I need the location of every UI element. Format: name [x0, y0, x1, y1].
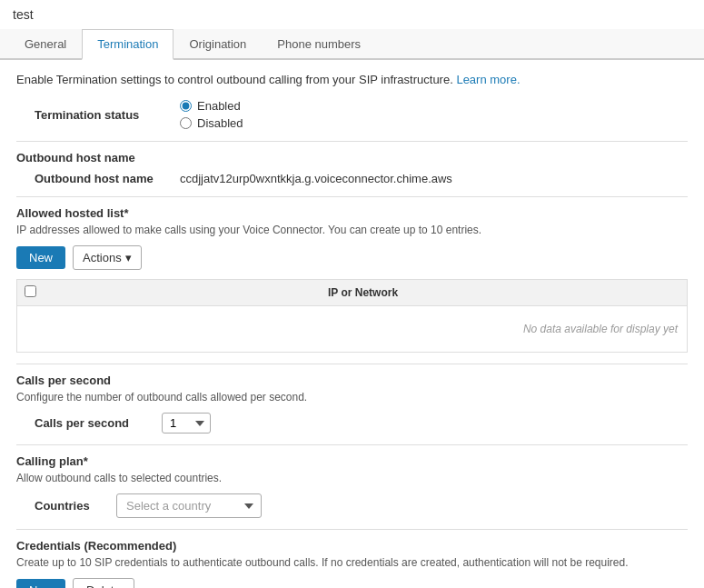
outbound-hostname-row: Outbound host name ccdjjatv12urp0wxntkkj… [16, 172, 688, 185]
allowed-list-btn-row: New Actions ▾ [16, 245, 688, 270]
divider-4 [16, 444, 688, 445]
intro-text: Enable Termination settings to control o… [16, 73, 688, 86]
outbound-host-heading: Outbound host name [16, 151, 688, 164]
credentials-desc: Create up to 10 SIP credentials to authe… [16, 556, 688, 569]
divider-5 [16, 529, 688, 530]
divider-1 [16, 141, 688, 142]
outbound-hostname-label: Outbound host name [35, 172, 180, 185]
country-select[interactable]: Select a country [116, 493, 262, 518]
allowed-list-heading: Allowed hosted list* [16, 206, 688, 220]
radio-disabled[interactable]: Disabled [180, 116, 243, 130]
ip-network-col-header: IP or Network [46, 286, 679, 299]
radio-enabled-label: Enabled [197, 99, 241, 113]
termination-status-options: Enabled Disabled [180, 99, 243, 130]
radio-enabled-input[interactable] [180, 100, 192, 112]
countries-label: Countries [35, 499, 107, 513]
credentials-btn-row: New Delete [16, 578, 688, 588]
credentials-new-button[interactable]: New [16, 579, 65, 588]
tab-phone-numbers[interactable]: Phone numbers [262, 29, 376, 60]
learn-more-link[interactable]: Learn more. [456, 73, 520, 86]
page-title: test [0, 0, 704, 29]
tab-general[interactable]: General [9, 29, 82, 60]
termination-status-row: Termination status Enabled Disabled [16, 99, 688, 130]
allowed-list-actions-button[interactable]: Actions ▾ [73, 245, 142, 270]
actions-chevron-icon: ▾ [125, 251, 132, 264]
credentials-heading: Credentials (Recommended) [16, 539, 688, 553]
calls-per-second-select[interactable]: 1 2 5 10 20 50 100 [162, 413, 211, 434]
actions-label: Actions [83, 251, 122, 264]
radio-disabled-label: Disabled [197, 116, 243, 130]
allowed-list-desc: IP addresses allowed to make calls using… [16, 224, 688, 236]
termination-status-label: Termination status [35, 108, 180, 122]
main-content: Enable Termination settings to control o… [0, 60, 704, 588]
tab-origination[interactable]: Origination [174, 29, 262, 60]
tabs-bar: General Termination Origination Phone nu… [0, 29, 704, 60]
intro-main: Enable Termination settings to control o… [16, 73, 453, 86]
radio-disabled-input[interactable] [180, 117, 192, 129]
divider-3 [16, 364, 688, 364]
credentials-delete-button[interactable]: Delete [73, 578, 134, 588]
radio-enabled[interactable]: Enabled [180, 99, 243, 113]
header-checkbox-cell [25, 285, 46, 300]
allowed-list-table-header: IP or Network [16, 279, 688, 306]
calling-plan-heading: Calling plan* [16, 454, 688, 468]
credentials-section: Credentials (Recommended) Create up to 1… [16, 539, 688, 588]
calls-per-second-heading: Calls per second [16, 374, 688, 387]
calling-plan-desc: Allow outbound calls to selected countri… [16, 472, 688, 484]
tab-termination[interactable]: Termination [82, 29, 174, 60]
outbound-hostname-value: ccdjjatv12urp0wxntkkja.g.voiceconnector.… [180, 172, 452, 185]
allowed-list-empty-msg: No data available for display yet [16, 306, 688, 353]
calls-per-second-label: Calls per second [35, 416, 153, 430]
allowed-list-new-button[interactable]: New [16, 246, 65, 269]
countries-row: Countries Select a country [16, 493, 688, 518]
divider-2 [16, 196, 688, 197]
header-checkbox[interactable] [25, 285, 36, 297]
calls-per-second-desc: Configure the number of outbound calls a… [16, 391, 688, 404]
calls-per-second-row: Calls per second 1 2 5 10 20 50 100 [16, 413, 688, 434]
